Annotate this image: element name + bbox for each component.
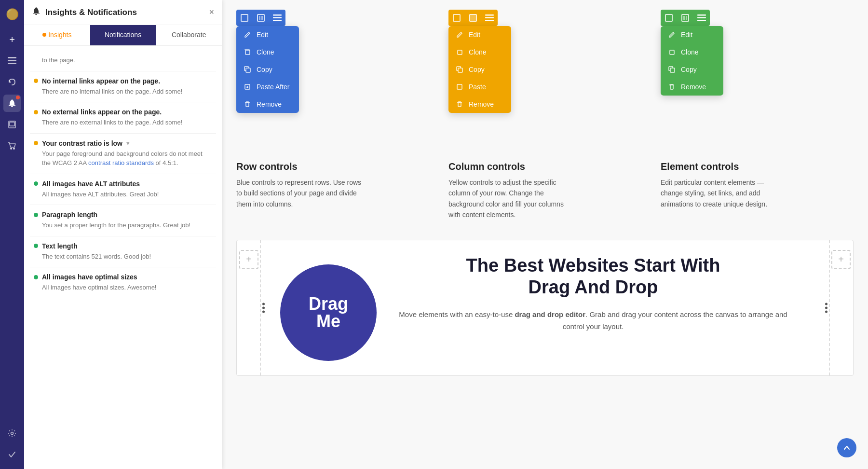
element-toolbar-wrapper: Edit Clone	[661, 10, 710, 26]
sidebar-item-checkmark[interactable]	[3, 446, 21, 463]
sidebar-item-settings[interactable]	[3, 425, 21, 442]
el-toolbar-resize-btn[interactable]	[661, 10, 677, 26]
scroll-to-top-button[interactable]	[837, 438, 856, 457]
add-right-column-button[interactable]: +	[831, 250, 851, 269]
list-item: Text length The text contains 521 words.…	[30, 236, 216, 268]
list-item: No external links appear on the page. Th…	[30, 102, 216, 134]
expand-button[interactable]: ▾	[126, 140, 129, 147]
panel-title: Insights & Notifications	[45, 8, 204, 17]
svg-rect-21	[697, 17, 706, 19]
success-dot	[34, 181, 38, 186]
row-menu-edit[interactable]: Edit	[236, 26, 299, 43]
insights-panel: Insights & Notifications × Insights Noti…	[24, 0, 222, 469]
sidebar-item-notifications[interactable]	[3, 95, 21, 112]
row-controls-desc: Blue controls to represent rows. Use row…	[236, 177, 362, 209]
svg-rect-1	[8, 60, 16, 61]
row-context-menu: Edit Clone	[236, 26, 299, 113]
col-menu-clone[interactable]: Clone	[448, 43, 511, 61]
contrast-link[interactable]: contrast ratio standards	[88, 159, 154, 166]
drag-drop-demo-section: + Drag Me	[236, 240, 854, 376]
panel-tabs: Insights Notifications Collaborate	[24, 25, 222, 46]
svg-rect-19	[457, 84, 462, 89]
right-drag-handle[interactable]	[825, 303, 827, 313]
column-controls-title: Column controls	[448, 161, 525, 172]
add-left-column-button[interactable]: +	[239, 250, 258, 269]
row-toolbar-columns-btn[interactable]	[253, 10, 269, 26]
row-menu-paste-after[interactable]: Paste After	[236, 78, 299, 96]
row-menu-clone[interactable]: Clone	[236, 43, 299, 61]
sidebar-item-add[interactable]: +	[3, 31, 21, 48]
tab-collaborate[interactable]: Collaborate	[156, 25, 222, 45]
element-controls-demo: Edit Clone	[661, 10, 854, 209]
copy-icon	[243, 65, 252, 74]
clone-icon	[243, 48, 252, 56]
sidebar-item-pages[interactable]	[3, 116, 21, 133]
right-drag-area: +	[829, 240, 853, 375]
svg-rect-16	[485, 20, 494, 21]
column-controls-demo: Edit Clone	[448, 10, 641, 221]
el-menu-copy[interactable]: Copy	[661, 61, 723, 78]
row-menu-remove[interactable]: Remove	[236, 96, 299, 113]
col-menu-copy[interactable]: Copy	[448, 61, 511, 78]
edit-icon	[667, 30, 676, 39]
column-toolbar[interactable]	[448, 10, 498, 26]
svg-rect-17	[458, 50, 462, 55]
sidebar-item-ecommerce[interactable]	[3, 137, 21, 154]
row-menu-copy[interactable]: Copy	[236, 61, 299, 78]
panel-header: Insights & Notifications ×	[24, 0, 222, 25]
list-item: Your contrast ratio is low ▾ Your page f…	[30, 134, 216, 174]
row-toolbar-resize-btn[interactable]	[236, 10, 253, 26]
tab-insights[interactable]: Insights	[24, 25, 90, 45]
column-toolbar-wrapper: Edit Clone	[448, 10, 498, 26]
list-item: Paragraph length You set a proper length…	[30, 205, 216, 236]
controls-section: Edit Clone	[236, 10, 854, 221]
edit-icon	[455, 30, 464, 39]
warning-dot	[34, 110, 38, 114]
row-toolbar-menu-btn[interactable]	[269, 10, 285, 26]
col-menu-paste[interactable]: Paste	[448, 78, 511, 96]
success-dot	[34, 244, 38, 248]
el-menu-remove[interactable]: Remove	[661, 78, 723, 96]
panel-close-button[interactable]: ×	[209, 7, 214, 17]
svg-rect-24	[670, 68, 675, 72]
clone-icon	[455, 48, 464, 56]
copy-icon	[455, 65, 464, 74]
column-controls-desc: Yellow controls to adjust the specific c…	[448, 177, 574, 221]
el-menu-clone[interactable]: Clone	[661, 43, 723, 61]
col-toolbar-resize-btn[interactable]	[448, 10, 465, 26]
column-context-menu: Edit Clone	[448, 26, 511, 113]
logo-icon[interactable]: 🟡	[3, 6, 21, 23]
svg-rect-22	[697, 20, 706, 21]
el-toolbar-columns-btn[interactable]	[677, 10, 693, 26]
left-drag-handle[interactable]	[262, 303, 265, 313]
demo-main-content: Drag Me The Best Websites Start With Dra…	[261, 240, 829, 375]
warning-dot	[34, 79, 38, 83]
svg-rect-0	[8, 57, 16, 58]
el-menu-edit[interactable]: Edit	[661, 26, 723, 43]
tab-notifications[interactable]: Notifications	[90, 25, 156, 45]
sidebar-item-layers[interactable]	[3, 52, 21, 69]
list-item: to the page.	[30, 50, 216, 71]
list-item: No internal links appear on the page. Th…	[30, 71, 216, 103]
sidebar-item-undo[interactable]	[3, 73, 21, 91]
list-item: All images have optimal sizes All images…	[30, 267, 216, 298]
el-toolbar-menu-btn[interactable]	[693, 10, 710, 26]
drag-me-circle[interactable]: Drag Me	[280, 264, 377, 361]
svg-rect-9	[273, 17, 282, 19]
demo-description: Move elements with an easy-to-use drag a…	[396, 308, 790, 333]
panel-body: to the page. No internal links appear on…	[24, 46, 222, 469]
copy-icon	[667, 65, 676, 74]
clone-icon	[667, 48, 676, 56]
col-menu-edit[interactable]: Edit	[448, 26, 511, 43]
element-context-menu: Edit Clone	[661, 26, 723, 96]
col-toolbar-menu-btn[interactable]	[481, 10, 498, 26]
row-toolbar[interactable]	[236, 10, 285, 26]
svg-rect-14	[485, 14, 494, 16]
col-menu-remove[interactable]: Remove	[448, 96, 511, 113]
svg-rect-11	[245, 50, 250, 55]
warning-dot	[34, 141, 38, 145]
element-toolbar[interactable]	[661, 10, 710, 26]
notifications-badge	[16, 96, 20, 99]
insights-dot	[42, 33, 46, 37]
col-toolbar-columns-btn[interactable]	[465, 10, 481, 26]
